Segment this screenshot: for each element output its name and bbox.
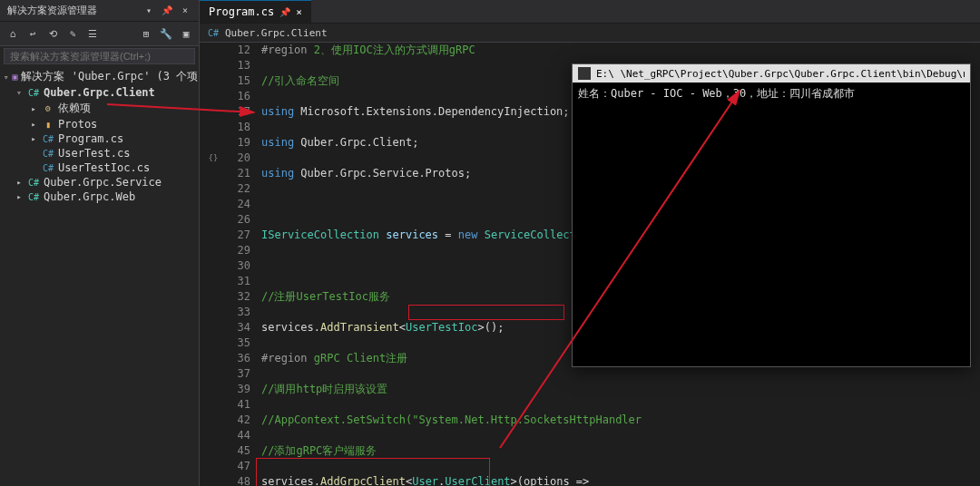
showall-icon[interactable]: ⊞: [137, 24, 155, 43]
solution-node[interactable]: ▿ ▣ 解决方案 'Quber.Grpc' (3 个项目，共 3 个): [0, 68, 199, 85]
csproj-icon: C#: [27, 190, 40, 203]
sync-icon[interactable]: ⟲: [44, 24, 62, 43]
console-titlebar[interactable]: E:\ \Net_gRPC\Project\Quber.Grpc\Quber.G…: [573, 64, 970, 83]
back-icon[interactable]: ↩: [24, 24, 42, 43]
explorer-toolbar: ⌂ ↩ ⟲ ✎ ☰ ⊞ 🔧 ▣: [0, 22, 199, 46]
deps-icon: ⚙: [42, 102, 54, 115]
expand-icon[interactable]: ▣: [177, 24, 195, 43]
tab-bar: Program.cs 📌 ×: [200, 0, 980, 24]
deps-node[interactable]: ▸ ⚙ 依赖项: [0, 100, 199, 117]
tab-close-icon[interactable]: ×: [296, 6, 302, 18]
protos-folder[interactable]: ▸ ▮ Protos: [0, 117, 199, 131]
chevron-right-icon: ▸: [29, 104, 38, 113]
cs-file-icon: C#: [207, 26, 220, 39]
project-service[interactable]: ▸ C# Quber.Grpc.Service: [0, 175, 199, 190]
app-icon: [578, 67, 591, 80]
console-window[interactable]: E:\ \Net_gRPC\Project\Quber.Grpc\Quber.G…: [572, 63, 971, 367]
search-input[interactable]: [4, 48, 195, 64]
pin-icon[interactable]: 📌: [161, 5, 173, 17]
cs-file-icon: C#: [42, 161, 54, 174]
tab-program[interactable]: Program.cs 📌 ×: [200, 0, 311, 23]
usertestioc-file[interactable]: C# UserTestIoc.cs: [0, 160, 199, 175]
chevron-right-icon: ▸: [15, 192, 24, 201]
console-output: 姓名：Quber - IOC - Web，30，地址：四川省成都市: [573, 83, 970, 105]
line-gutter: 1213151617181920212224262729303132333435…: [227, 43, 261, 486]
filter-icon[interactable]: ☰: [83, 24, 102, 43]
pin-icon[interactable]: 📌: [279, 7, 290, 17]
fold-column[interactable]: {}: [200, 43, 227, 486]
csproj-icon: C#: [27, 86, 40, 99]
chevron-right-icon: ▸: [15, 178, 24, 187]
cs-file-icon: C#: [42, 132, 54, 145]
console-title: E:\ \Net_gRPC\Project\Quber.Grpc\Quber.G…: [596, 68, 965, 80]
panel-title: 解决方案资源管理器: [7, 4, 97, 17]
breadcrumb[interactable]: C# Quber.Grpc.Client: [200, 24, 980, 43]
breadcrumb-ns: Quber.Grpc.Client: [225, 27, 328, 39]
chevron-down-icon: ▿: [4, 73, 8, 82]
chevron-right-icon: ▸: [29, 120, 38, 129]
folder-icon: ▮: [42, 118, 54, 131]
solution-tree: ▿ ▣ 解决方案 'Quber.Grpc' (3 个项目，共 3 个) ▿ C#…: [0, 66, 199, 486]
close-icon[interactable]: ×: [179, 5, 191, 17]
explorer-search: [0, 46, 199, 66]
props-icon[interactable]: 🔧: [157, 24, 175, 43]
home-icon[interactable]: ⌂: [4, 24, 22, 43]
csproj-icon: C#: [27, 176, 40, 189]
usertest-file[interactable]: C# UserTest.cs: [0, 146, 199, 160]
tab-label: Program.cs: [209, 5, 274, 18]
chevron-down-icon: ▿: [15, 88, 24, 97]
cs-file-icon: C#: [42, 147, 54, 160]
chevron-right-icon: ▸: [29, 134, 38, 143]
dropdown-icon[interactable]: ▾: [142, 5, 155, 17]
project-client[interactable]: ▿ C# Quber.Grpc.Client: [0, 85, 199, 100]
solution-explorer: 解决方案资源管理器 ▾ 📌 × ⌂ ↩ ⟲ ✎ ☰ ⊞ 🔧 ▣ ▿ ▣ 解: [0, 0, 200, 486]
solution-icon: ▣: [12, 71, 17, 83]
panel-header: 解决方案资源管理器 ▾ 📌 ×: [0, 0, 199, 22]
brush-icon[interactable]: ✎: [64, 24, 82, 43]
project-web[interactable]: ▸ C# Quber.Grpc.Web: [0, 190, 199, 204]
program-file[interactable]: ▸ C# Program.cs: [0, 131, 199, 146]
